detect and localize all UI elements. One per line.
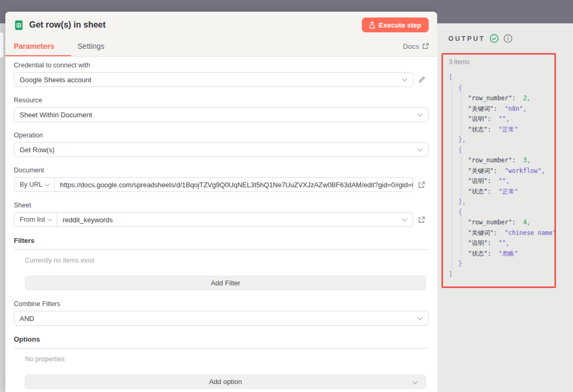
info-icon[interactable] <box>503 34 513 43</box>
sheet-field: From list reddit_keywords <box>14 212 413 227</box>
credential-select[interactable]: Google Sheets account <box>14 72 413 87</box>
items-count: 3 items <box>449 58 554 66</box>
options-section-title: Options <box>14 335 429 349</box>
open-document-icon[interactable] <box>418 181 425 188</box>
filters-empty-text: Currently no items exist <box>25 257 429 264</box>
external-link-icon <box>422 43 429 49</box>
execute-step-button[interactable]: Execute step <box>362 18 429 32</box>
resource-select[interactable]: Sheet Within Document <box>14 107 429 122</box>
filters-section-title: Filters <box>14 237 429 250</box>
chevron-down-icon <box>402 216 407 222</box>
tab-parameters[interactable]: Parameters <box>14 42 54 50</box>
panel-header: Get row(s) in sheet Execute step Paramet… <box>5 12 437 57</box>
input-panel-handle[interactable] <box>0 32 4 58</box>
flask-icon <box>369 22 375 29</box>
options-empty-text: No properties <box>25 355 429 363</box>
sheet-mode-select[interactable]: From list <box>14 213 57 227</box>
chevron-down-icon <box>45 182 49 186</box>
output-title: OUTPUT <box>448 35 485 42</box>
docs-link[interactable]: Docs <box>403 42 429 50</box>
output-panel: OUTPUT 3 items [{"row_number": 2,"关键词": … <box>437 0 573 392</box>
add-filter-button[interactable]: Add Filter <box>25 276 426 290</box>
node-details-panel: Get row(s) in sheet Execute step Paramet… <box>5 12 437 392</box>
chevron-down-icon <box>418 315 423 320</box>
edit-credential-icon[interactable] <box>418 76 426 83</box>
operation-label: Operation <box>14 132 429 139</box>
combine-filters-label: Combine Filters <box>14 300 429 308</box>
chevron-down-icon <box>418 111 423 117</box>
sheet-label: Sheet <box>14 202 429 209</box>
output-panel-topbar <box>437 0 573 23</box>
operation-select[interactable]: Get Row(s) <box>14 142 429 157</box>
document-label: Document <box>14 167 429 174</box>
output-highlight-box: 3 items [{"row_number": 2,"关键词": "n8n","… <box>441 53 556 288</box>
tab-settings[interactable]: Settings <box>77 42 105 50</box>
chevron-down-icon <box>48 217 52 221</box>
sheet-select[interactable]: reddit_keywords <box>57 216 398 224</box>
success-check-icon <box>490 34 499 43</box>
node-title: Get row(s) in sheet <box>29 20 362 30</box>
chevron-down-icon <box>413 379 418 385</box>
combine-filters-select[interactable]: AND <box>14 311 429 326</box>
chevron-down-icon <box>418 146 423 152</box>
add-option-button[interactable]: Add option <box>25 374 426 389</box>
chevron-down-icon <box>402 76 407 82</box>
open-sheet-icon[interactable] <box>418 216 425 223</box>
parameters-form: Credential to connect with Google Sheets… <box>5 57 437 389</box>
active-tab-underline <box>5 55 71 56</box>
document-mode-select[interactable]: By URL <box>14 178 55 191</box>
json-tree[interactable]: [{"row_number": 2,"关键词": "n8n","说明": "",… <box>449 73 554 280</box>
credential-label: Credential to connect with <box>14 62 429 69</box>
resource-label: Resource <box>14 97 429 104</box>
google-sheets-icon <box>14 20 24 30</box>
document-field: By URL https://docs.google.com/spreadshe… <box>14 177 413 192</box>
document-url-input[interactable]: https://docs.google.com/spreadsheets/d/1… <box>55 181 413 189</box>
